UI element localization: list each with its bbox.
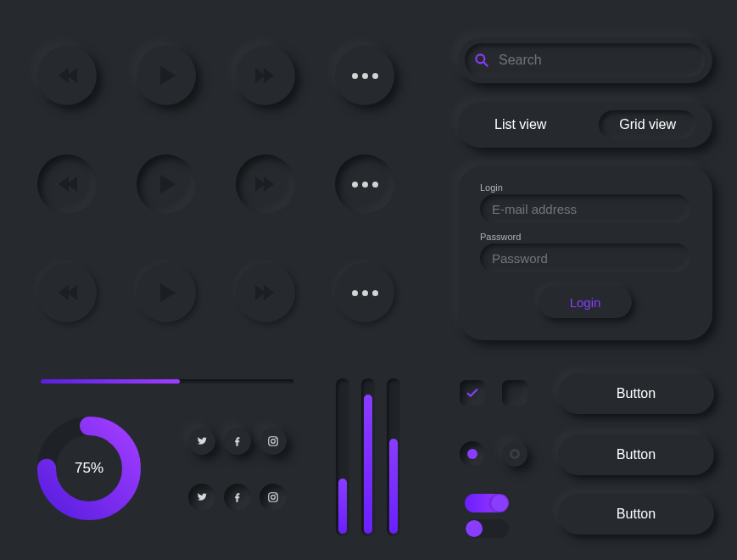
instagram-button-pressed[interactable] [260,484,287,511]
rewind-button-pressed[interactable] [37,154,97,214]
svg-point-8 [271,496,276,500]
password-field[interactable] [480,244,690,272]
login-button[interactable]: Login [539,286,632,318]
rewind-icon [59,68,75,83]
switch-knob [466,520,483,537]
eq-slider-2[interactable] [361,378,375,536]
forward-button-flat[interactable] [236,263,295,322]
search-input[interactable] [499,53,668,68]
forward-icon [257,68,274,83]
radio-ring [510,449,520,459]
equalizer [336,375,412,536]
email-field[interactable] [480,194,690,223]
progress-bar[interactable] [41,379,293,384]
forward-icon [257,285,274,300]
view-toggle: List view Grid view [458,102,712,148]
donut-label: 75% [34,413,144,524]
grid-view-tab[interactable]: Grid view [599,110,696,139]
search-icon [473,52,490,69]
button-1[interactable]: Button [558,373,714,414]
forward-button[interactable] [236,46,295,105]
search-container [458,37,712,83]
play-button-flat[interactable] [137,263,196,322]
checkbox-unchecked[interactable] [502,380,528,406]
facebook-button-pressed[interactable] [224,484,251,511]
svg-line-1 [484,63,488,66]
instagram-icon [267,435,279,447]
facebook-icon [232,435,243,447]
more-icon [352,182,378,188]
play-button-pressed[interactable] [137,154,196,214]
donut-chart: 75% [34,413,144,524]
switch-on-2[interactable] [465,519,509,538]
more-icon [352,290,378,296]
more-button-flat[interactable] [335,263,394,322]
switch-knob [491,495,508,512]
svg-point-6 [276,438,276,439]
eq-slider-3[interactable] [387,378,400,536]
svg-point-9 [276,494,276,495]
forward-icon [257,176,274,192]
more-button-pressed[interactable] [335,154,394,214]
forward-button-pressed[interactable] [236,154,295,214]
play-icon [160,283,176,302]
play-icon [160,175,176,193]
facebook-icon [232,491,243,503]
checkbox-checked[interactable] [460,380,485,406]
facebook-button[interactable] [224,428,251,455]
twitter-icon [196,491,208,503]
play-icon [160,66,176,85]
more-icon [352,73,378,79]
rewind-icon [59,285,75,300]
instagram-button[interactable] [260,428,287,455]
button-3[interactable]: Button [558,494,714,535]
eq-slider-1[interactable] [336,378,349,536]
progress-fill [41,379,180,384]
instagram-icon [267,491,279,503]
login-label: Login [480,182,690,193]
more-button[interactable] [335,46,394,105]
list-view-tab[interactable]: List view [474,110,567,139]
rewind-button[interactable] [37,46,97,105]
twitter-button[interactable] [188,428,215,455]
check-icon [465,385,480,400]
twitter-icon [196,435,208,447]
svg-point-5 [271,440,276,444]
switch-on-1[interactable] [465,494,509,512]
rewind-button-flat[interactable] [37,263,97,322]
password-label: Password [480,232,690,242]
rewind-icon [59,176,75,192]
twitter-button-pressed[interactable] [188,484,215,511]
button-2[interactable]: Button [558,434,714,475]
radio-selected[interactable] [460,441,485,467]
login-panel: Login Password Login [458,165,712,340]
play-button[interactable] [137,46,196,105]
radio-dot [467,449,477,459]
radio-unselected[interactable] [502,441,528,467]
